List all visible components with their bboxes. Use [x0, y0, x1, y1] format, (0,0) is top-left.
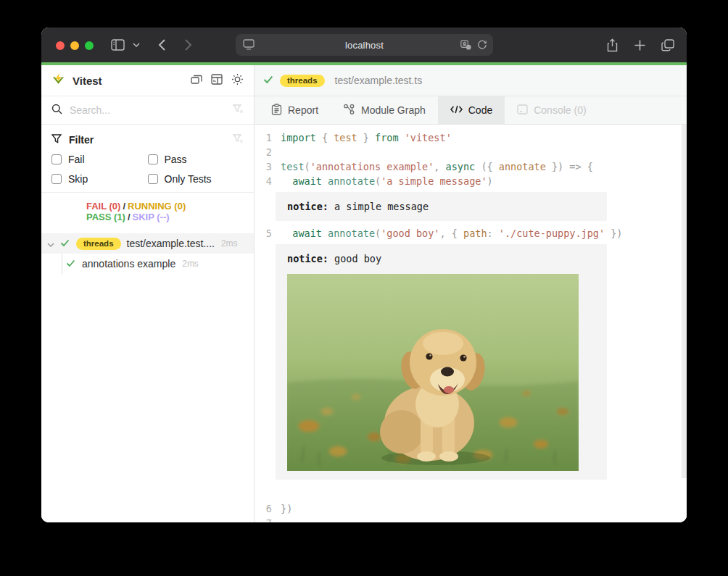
clear-search-filter-icon[interactable] — [233, 104, 244, 117]
code-line: 7 — [255, 516, 687, 522]
reload-icon[interactable] — [477, 40, 487, 53]
checkbox[interactable] — [51, 154, 62, 164]
pass-count: PASS (1) — [86, 212, 125, 222]
annotation-type-label: notice: — [287, 201, 334, 212]
filter-section: Filter FailPassSkipOnly Tests — [41, 125, 254, 193]
scrollbar-track[interactable] — [682, 125, 687, 478]
tab-overview-icon[interactable] — [661, 28, 674, 62]
annotation-notice: notice: a simple message — [276, 192, 607, 221]
clear-filter-icon[interactable] — [233, 133, 244, 146]
test-file-label: test/example.test.... — [127, 238, 215, 249]
line-number: 5 — [255, 226, 272, 241]
tab-code[interactable]: Code — [438, 96, 505, 124]
code-line: 2 — [255, 145, 687, 159]
test-duration: 2ms — [182, 259, 199, 269]
checkbox[interactable] — [148, 154, 158, 164]
forward-button — [185, 28, 192, 62]
dashboard-icon[interactable] — [211, 74, 223, 88]
running-count: RUNNING (0) — [128, 201, 186, 212]
annotation-attachment — [287, 274, 595, 471]
annotation-message: good boy — [334, 253, 381, 264]
sidebar: Vitest — [41, 65, 255, 522]
code-pane: 1import { test } from 'vitest'23test('an… — [255, 125, 687, 522]
search-input[interactable] — [70, 104, 226, 116]
desktop-background: localhost x — [0, 0, 728, 576]
tab-label: Code — [468, 104, 492, 116]
pool-badge: threads — [76, 238, 121, 250]
tab-report[interactable]: Report — [259, 96, 331, 124]
filter-option-pass[interactable]: Pass — [148, 154, 244, 165]
file-path: test/example.test.ts — [335, 75, 423, 86]
back-button[interactable] — [158, 28, 165, 62]
tree-guide-line — [62, 254, 62, 274]
tab-console-0: Console (0) — [505, 96, 598, 124]
vitest-app: Vitest — [41, 65, 687, 522]
test-tree: threads test/example.test.... 2ms annota… — [41, 233, 254, 274]
filter-option-label: Fail — [68, 154, 85, 165]
filter-option-label: Pass — [165, 154, 187, 165]
test-case-row[interactable]: annotations example 2ms — [41, 254, 254, 274]
test-file-row[interactable]: threads test/example.test.... 2ms — [41, 233, 254, 254]
url-text[interactable]: localhost — [236, 40, 493, 51]
filter-title: Filter — [69, 134, 226, 146]
test-case-label: annotations example — [82, 258, 175, 270]
vitest-logo-icon — [51, 72, 65, 89]
translate-icon[interactable]: x — [460, 40, 471, 53]
sidebar-header: Vitest — [41, 65, 254, 96]
tab-label: Report — [288, 104, 318, 116]
filter-option-skip[interactable]: Skip — [51, 173, 148, 185]
code-icon — [450, 104, 463, 116]
report-icon — [271, 104, 282, 117]
new-tab-icon[interactable] — [634, 28, 645, 62]
app-title: Vitest — [73, 75, 191, 87]
search-row — [41, 96, 254, 125]
tab-label: Module Graph — [361, 104, 426, 116]
filter-option-fail[interactable]: Fail — [51, 154, 148, 165]
zoom-window-button[interactable] — [85, 41, 94, 50]
close-window-button[interactable] — [56, 41, 65, 50]
browser-titlebar: localhost x — [41, 28, 687, 62]
file-header: threads test/example.test.ts — [255, 65, 687, 96]
line-number: 7 — [255, 516, 272, 522]
line-number: 6 — [255, 501, 272, 516]
website-settings-icon[interactable] — [243, 39, 255, 53]
line-number: 1 — [255, 130, 272, 145]
graph-icon — [343, 104, 355, 117]
sidebar-toggle-icon[interactable] — [111, 28, 125, 62]
collapse-windows-icon[interactable] — [191, 74, 202, 88]
code-text: await annotate('a simple message') — [281, 174, 493, 188]
filter-option-label: Only Tests — [165, 173, 212, 185]
pool-badge: threads — [280, 75, 325, 87]
minimize-window-button[interactable] — [70, 41, 79, 50]
pass-check-icon — [263, 74, 273, 87]
share-icon[interactable] — [606, 28, 619, 62]
filter-options: FailPassSkipOnly Tests — [51, 154, 244, 185]
fail-count: FAIL (0) — [86, 201, 120, 212]
main-pane: threads test/example.test.ts Report Modu… — [255, 65, 687, 522]
sidebar-chevron-down-icon[interactable] — [133, 28, 140, 62]
test-status-summary: FAIL (0)/RUNNING (0) PASS (1)/SKIP (--) — [41, 193, 254, 228]
code-text: import { test } from 'vitest' — [281, 130, 452, 145]
code-line: 4 await annotate('a simple message') — [255, 174, 687, 188]
search-icon — [51, 104, 62, 117]
checkbox[interactable] — [148, 174, 158, 184]
filter-option-only-tests[interactable]: Only Tests — [148, 173, 244, 185]
chevron-down-icon[interactable] — [47, 238, 54, 249]
tab-module-graph[interactable]: Module Graph — [331, 96, 438, 124]
filter-funnel-icon — [51, 133, 62, 146]
code-line: 1import { test } from 'vitest' — [255, 130, 687, 145]
console-icon — [517, 104, 528, 117]
code-text: test('annotations example', async ({ ann… — [281, 159, 593, 174]
checkbox[interactable] — [51, 174, 62, 184]
status-separator: / — [120, 201, 128, 212]
skip-count: SKIP (--) — [133, 212, 170, 222]
code-editor[interactable]: 1import { test } from 'vitest'23test('an… — [255, 125, 687, 522]
line-number: 3 — [255, 159, 272, 174]
theme-toggle-sun-icon[interactable] — [231, 73, 244, 88]
address-bar[interactable]: localhost x — [236, 34, 493, 56]
pass-check-icon — [60, 238, 70, 249]
line-number: 4 — [255, 174, 272, 188]
line-number: 2 — [255, 145, 272, 159]
pass-check-icon — [66, 258, 75, 270]
code-text: }) — [281, 501, 292, 516]
